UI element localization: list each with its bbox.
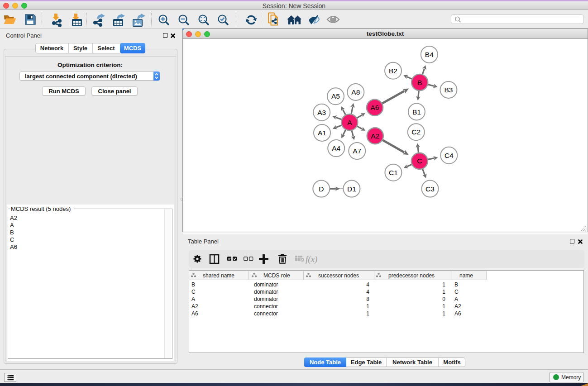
svg-text:A8: A8: [351, 88, 360, 96]
svg-text:A3: A3: [317, 109, 326, 116]
svg-text:f(x): f(x): [306, 254, 317, 264]
svg-text:B: B: [417, 79, 422, 86]
svg-text:B4: B4: [425, 51, 434, 58]
svg-text:successor nodes: successor nodes: [318, 272, 359, 279]
svg-text:name: name: [459, 272, 473, 279]
svg-text:C: C: [417, 157, 422, 165]
svg-text:B2: B2: [389, 67, 397, 75]
svg-text:C2: C2: [411, 128, 421, 136]
svg-text:MCDS role: MCDS role: [263, 272, 290, 279]
svg-text:C1: C1: [389, 169, 398, 176]
svg-text:B1: B1: [412, 108, 421, 116]
svg-text:B3: B3: [444, 86, 453, 94]
svg-text:A1: A1: [318, 129, 326, 137]
svg-text:predecessor nodes: predecessor nodes: [388, 272, 435, 279]
svg-text:D: D: [319, 185, 324, 193]
svg-text:shared name: shared name: [203, 272, 234, 279]
svg-text:A6: A6: [371, 104, 379, 111]
svg-text:C4: C4: [445, 152, 454, 159]
svg-text:A7: A7: [353, 147, 361, 155]
svg-text:A4: A4: [332, 144, 340, 152]
svg-text:A5: A5: [331, 92, 340, 100]
svg-text:A: A: [347, 119, 352, 126]
svg-text:C3: C3: [425, 185, 435, 193]
svg-text:A2: A2: [371, 132, 379, 140]
svg-text:D1: D1: [347, 185, 356, 193]
